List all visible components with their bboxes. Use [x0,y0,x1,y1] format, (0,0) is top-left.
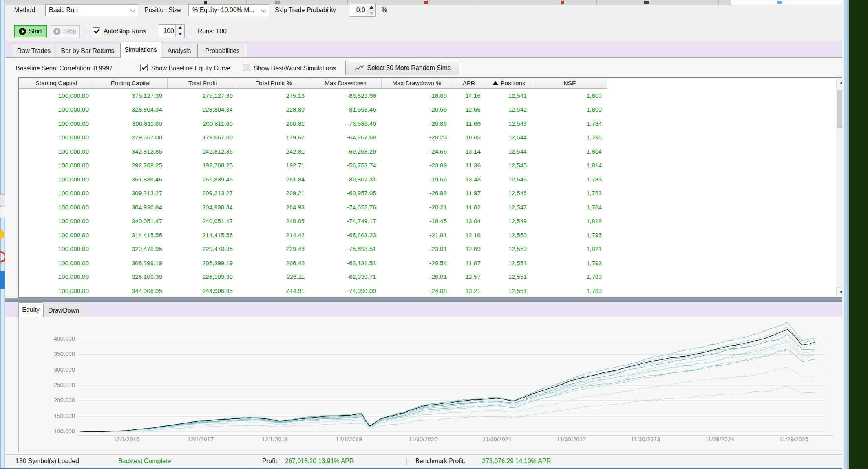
table-row[interactable]: 100,000.00292,708.25192,708.25192.71-56,… [19,159,607,173]
tab-raw-trades[interactable]: Raw Trades [13,44,55,58]
spin-up-button[interactable] [367,4,375,10]
select-more-sims-button[interactable]: Select 50 More Random Sims [345,61,459,75]
table-row[interactable]: 100,000.00375,127.39275,127.39275.13-83,… [19,89,607,103]
table-body: 100,000.00375,127.39275,127.39275.13-83,… [19,89,607,298]
table-cell: 242.81 [238,145,310,159]
table-header-row: Starting CapitalEnding CapitalTotal Prof… [19,78,607,89]
tab-simulations[interactable]: Simulations [121,42,161,58]
column-header-total-profit[interactable]: Total Profit [168,78,238,89]
table-cell: 229,478.95 [168,242,238,256]
column-header-max-drawdown-[interactable]: Max Drawdown % [382,78,452,89]
column-header-ending-capital[interactable]: Ending Capital [94,78,168,89]
table-cell: 12.69 [452,242,486,256]
position-size-dropdown[interactable]: % Equity=10.00% M... [188,4,269,16]
show-best-worst-checkbox[interactable] [243,64,250,71]
autostop-checkbox[interactable] [93,27,100,35]
panel-splitter[interactable] [5,298,842,302]
table-row[interactable]: 100,000.00351,839.45251,839.45251.84-80,… [19,172,607,187]
table-cell: 13.21 [452,284,486,298]
table-cell: 1,814 [532,159,607,173]
table-row[interactable]: 100,000.00326,109.39226,109.39226.11-62,… [19,270,607,284]
line-chart-icon [354,64,364,71]
column-header-positions[interactable]: Positions [486,78,532,89]
table-cell: 1,783 [532,172,607,187]
column-header-apr[interactable]: APR [452,78,486,89]
table-cell: 179,667.00 [168,131,238,145]
table-row[interactable]: 100,000.00340,051.47240,051.47240.05-74,… [19,214,607,229]
table-row[interactable]: 100,000.00344,906.95244,906.95244.91-74,… [19,284,607,298]
autostop-runs-value: 100 [159,25,175,37]
symbols-loaded-status: 180 Symbol(s) Loaded [16,458,79,465]
table-cell: 209,213.27 [168,187,238,201]
table-cell: 228.80 [238,103,310,117]
column-header-max-drawdown[interactable]: Max Drawdown [310,78,382,89]
table-cell: 309,213.27 [94,187,168,201]
table-cell: -19.56 [382,172,452,187]
table-cell: -81,563.46 [310,103,382,117]
background-yellow-icon [0,230,4,239]
table-cell: 100,000.00 [19,145,94,159]
background-fragment [0,207,5,218]
skip-trade-spinner[interactable]: 0.0 [350,4,376,17]
column-header-nsf[interactable]: NSF [532,78,607,89]
spin-down-button[interactable] [367,10,375,16]
table-cell: 12,551 [486,284,532,298]
table-cell: 229.48 [238,242,310,256]
table-row[interactable]: 100,000.00329,478.95229,478.95229.48-75,… [19,242,607,256]
table-row[interactable]: 100,000.00304,930.84204,930.84204.93-74,… [19,200,607,214]
table-cell: 100,000.00 [19,117,94,131]
baseline-correlation-label: Baseline Serial Correlation: 0.9997 [16,65,113,72]
table-row[interactable]: 100,000.00300,811.60200,811.60200.81-73,… [19,117,607,131]
table-cell: -24.08 [382,284,452,298]
table-row[interactable]: 100,000.00328,804.34228,804.34228.80-81,… [19,103,607,117]
table-cell: 214,415.56 [168,228,238,242]
position-size-dropdown-value: % Equity=10.00% M... [192,7,254,14]
show-baseline-checkbox[interactable] [140,64,148,71]
table-cell: 12.66 [452,103,486,117]
table-cell: -21.81 [382,228,452,242]
benchmark-profit-label: Benchmark Profit: [415,458,465,465]
select-more-sims-label: Select 50 More Random Sims [367,64,451,71]
tab-analysis[interactable]: Analysis [161,44,197,58]
table-row[interactable]: 100,000.00309,213.27209,213.27209.21-60,… [19,187,607,201]
table-cell: 340,051.47 [94,214,168,229]
table-cell: 1,795 [532,228,607,242]
table-cell: -23.01 [382,242,452,256]
start-button[interactable]: Start [14,25,47,37]
tab-bar-by-bar-returns[interactable]: Bar by Bar Returns [55,44,121,58]
tab-drawdown[interactable]: DrawDown [43,304,84,317]
table-cell: 240,051.47 [168,214,238,229]
table-cell: -66,803.23 [310,228,382,242]
column-header-total-profit-[interactable]: Total Profit % [238,78,310,89]
spin-down-button[interactable] [176,31,184,37]
table-cell: 329,478.95 [94,242,168,256]
table-cell: -20.54 [382,256,452,270]
table-cell: 100,000.00 [19,256,94,270]
table-cell: 206,399.19 [168,256,238,270]
table-cell: -74,658.76 [310,200,382,214]
table-cell: 12,546 [486,172,532,187]
background-window-sliver [0,0,5,469]
table-row[interactable]: 100,000.00314,415.56214,415.56214.42-66,… [19,228,607,242]
table-cell: 100,000.00 [19,228,94,242]
tab-equity[interactable]: Equity [18,302,43,317]
table-cell: -23.89 [382,159,452,173]
table-cell: 204,930.84 [168,200,238,214]
table-cell: -63,131.51 [310,256,382,270]
table-cell: 1,783 [532,187,607,201]
clipped-icon [204,1,207,4]
spin-up-button[interactable] [176,25,184,31]
table-cell: -20.01 [382,270,452,284]
table-row[interactable]: 100,000.00342,812.85242,812.85242.81-69,… [19,145,607,159]
table-cell: 12.16 [452,228,486,242]
table-cell: 13.43 [452,172,486,187]
table-row[interactable]: 100,000.00279,667.00179,667.00179.67-64,… [19,131,607,145]
table-row[interactable]: 100,000.00306,399.19206,399.19206.40-63,… [19,256,607,270]
table-cell: 292,708.25 [94,159,168,173]
tab-probabilities[interactable]: Probabilities [197,44,247,58]
autostop-runs-spinner[interactable]: 100 [159,24,185,37]
table-cell: 192,708.25 [168,159,238,173]
column-header-starting-capital[interactable]: Starting Capital [19,78,94,89]
stop-button[interactable]: Stop [50,25,80,37]
method-dropdown[interactable]: Basic Run [45,4,138,16]
